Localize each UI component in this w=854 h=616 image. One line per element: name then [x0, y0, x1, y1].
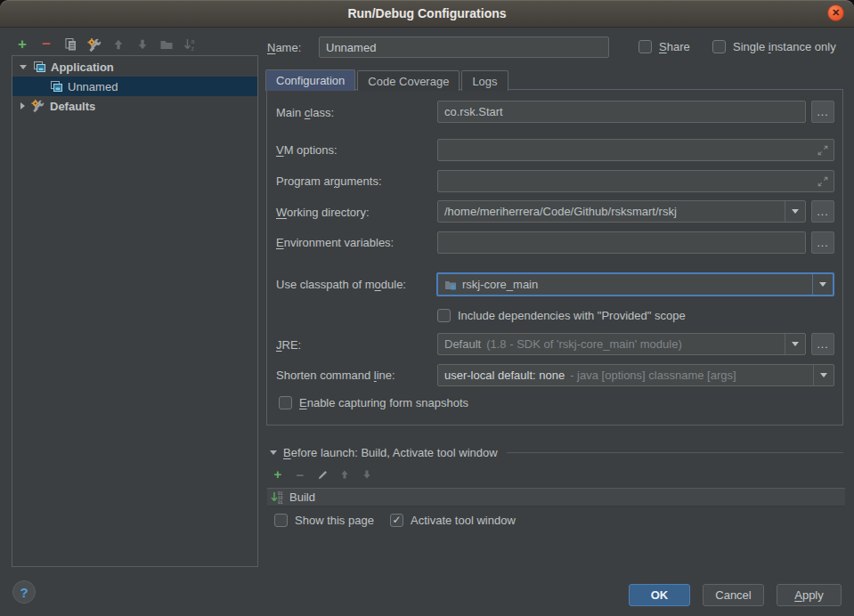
- shorten-value-detail: - java [options] classname [args]: [570, 369, 736, 382]
- checkbox-box[interactable]: [279, 396, 292, 409]
- help-icon[interactable]: ?: [12, 580, 36, 604]
- name-input[interactable]: [319, 36, 609, 58]
- main-class-field[interactable]: co.rsk.Start: [437, 101, 806, 123]
- include-provided-checkbox[interactable]: Include dependencies with "Provided" sco…: [437, 309, 686, 322]
- checkbox-box[interactable]: [712, 40, 726, 53]
- move-down-icon[interactable]: [361, 468, 373, 481]
- chevron-down-icon[interactable]: [20, 65, 27, 69]
- checkbox-box[interactable]: ✓: [390, 514, 403, 527]
- field-value: /home/meriherrera/Code/Github/rsksmart/r…: [444, 205, 677, 218]
- pencil-icon[interactable]: [316, 468, 329, 481]
- chevron-right-icon[interactable]: [20, 102, 25, 109]
- build-icon: 01 10 01: [271, 490, 285, 505]
- edit-defaults-icon[interactable]: [86, 36, 102, 53]
- sort-alphabetically-icon[interactable]: a z: [183, 36, 199, 53]
- tab-code-coverage[interactable]: Code Coverage: [357, 70, 460, 91]
- ok-button[interactable]: OK: [629, 584, 690, 606]
- list-item-label: Build: [289, 490, 315, 504]
- tree-item-application[interactable]: Application: [12, 57, 257, 77]
- move-up-icon[interactable]: [338, 468, 351, 481]
- divider: [507, 452, 843, 453]
- before-launch-title: Before launch: Build, Activate tool wind…: [283, 446, 498, 459]
- dropdown-arrow-icon[interactable]: [785, 201, 805, 222]
- program-arguments-field[interactable]: [437, 170, 834, 192]
- application-icon: [49, 79, 63, 93]
- vm-options-label: VM options:: [276, 143, 338, 157]
- move-up-icon[interactable]: [110, 36, 126, 53]
- program-arguments-label: Program arguments:: [276, 174, 382, 188]
- share-checkbox[interactable]: Share: [638, 40, 690, 53]
- expand-icon[interactable]: [817, 175, 829, 188]
- remove-icon[interactable]: −: [294, 468, 306, 481]
- vm-options-field[interactable]: [437, 139, 834, 161]
- jre-combobox[interactable]: Default (1.8 - SDK of 'rskj-core_main' m…: [437, 333, 806, 355]
- defaults-wrench-icon: [31, 99, 45, 113]
- dialog-title: Run/Debug Configurations: [0, 0, 854, 27]
- checkbox-label: Activate tool window: [411, 514, 516, 527]
- svg-text:01: 01: [278, 500, 283, 505]
- working-directory-browse-button[interactable]: ...: [811, 200, 834, 223]
- main-class-browse-button[interactable]: ...: [811, 101, 834, 123]
- apply-button[interactable]: Apply: [777, 584, 842, 606]
- field-value: co.rsk.Start: [444, 105, 503, 118]
- working-directory-label: Working directory:: [276, 206, 370, 219]
- main-class-label: Main class:: [276, 106, 334, 119]
- jre-browse-button[interactable]: ...: [811, 333, 834, 355]
- jre-label: JRE:: [276, 338, 301, 352]
- jre-value: Default: [444, 337, 481, 351]
- checkbox-box[interactable]: [437, 309, 451, 322]
- before-launch-toolbar: + −: [272, 468, 373, 481]
- svg-text:a: a: [191, 38, 195, 45]
- environment-variables-browse-button[interactable]: ...: [811, 231, 834, 254]
- environment-variables-label: Environment variables:: [276, 236, 394, 249]
- before-launch-item-build[interactable]: 01 10 01 Build: [267, 488, 845, 507]
- run-debug-configurations-dialog: Run/Debug Configurations ✕ + −: [0, 0, 854, 616]
- module-icon: [444, 279, 457, 291]
- shorten-value: user-local default: none: [444, 369, 565, 382]
- expand-icon[interactable]: [817, 144, 829, 157]
- svg-text:z: z: [191, 45, 195, 52]
- chevron-down-icon[interactable]: [270, 450, 277, 455]
- folder-icon[interactable]: [159, 36, 175, 53]
- tab-bar: Configuration Code Coverage Logs: [265, 69, 508, 91]
- dropdown-arrow-icon[interactable]: [813, 365, 834, 385]
- classpath-module-label: Use classpath of module:: [276, 278, 406, 291]
- copy-icon[interactable]: [62, 36, 78, 53]
- name-label: Name:: [267, 41, 301, 54]
- single-instance-checkbox[interactable]: Single instance only: [712, 40, 836, 53]
- checkbox-label: Enable capturing form snapshots: [299, 396, 468, 409]
- checkbox-label: Single instance only: [733, 40, 836, 53]
- move-down-icon[interactable]: [134, 36, 150, 53]
- working-directory-combobox[interactable]: /home/meriherrera/Code/Github/rsksmart/r…: [437, 200, 806, 223]
- tab-configuration[interactable]: Configuration: [265, 69, 355, 91]
- shorten-command-line-combobox[interactable]: user-local default: none - java [options…: [437, 364, 834, 386]
- dropdown-arrow-icon[interactable]: [812, 274, 833, 295]
- classpath-module-combobox[interactable]: rskj-core_main: [436, 272, 834, 296]
- close-icon[interactable]: ✕: [827, 4, 844, 21]
- checkbox-label: Include dependencies with "Provided" sco…: [458, 309, 686, 322]
- tree-item-label: Application: [51, 61, 114, 74]
- cancel-button[interactable]: Cancel: [703, 584, 764, 606]
- tab-logs[interactable]: Logs: [461, 70, 508, 91]
- before-launch-section-header[interactable]: Before launch: Build, Activate tool wind…: [270, 446, 843, 459]
- checkbox-box[interactable]: [274, 514, 288, 527]
- add-icon[interactable]: +: [14, 36, 30, 53]
- tree-item-label: Unnamed: [68, 80, 118, 93]
- configurations-tree: [12, 55, 258, 567]
- checkbox-box[interactable]: [638, 40, 652, 53]
- checkbox-label: Show this page: [295, 514, 374, 527]
- show-this-page-checkbox[interactable]: Show this page: [274, 514, 374, 527]
- remove-icon[interactable]: −: [38, 36, 54, 53]
- application-icon: [32, 60, 46, 74]
- form-snapshots-checkbox[interactable]: Enable capturing form snapshots: [279, 396, 468, 409]
- add-icon[interactable]: +: [272, 468, 284, 481]
- field-value: rskj-core_main: [462, 278, 538, 291]
- tree-item-unnamed[interactable]: Unnamed: [12, 77, 257, 96]
- dropdown-arrow-icon[interactable]: [785, 334, 805, 354]
- checkbox-label: Share: [659, 40, 690, 53]
- environment-variables-field[interactable]: [437, 231, 806, 254]
- shorten-command-line-label: Shorten command line:: [276, 369, 395, 382]
- activate-tool-window-checkbox[interactable]: ✓ Activate tool window: [390, 514, 516, 527]
- title-bar[interactable]: Run/Debug Configurations ✕: [0, 0, 854, 28]
- tree-item-defaults[interactable]: Defaults: [12, 96, 257, 116]
